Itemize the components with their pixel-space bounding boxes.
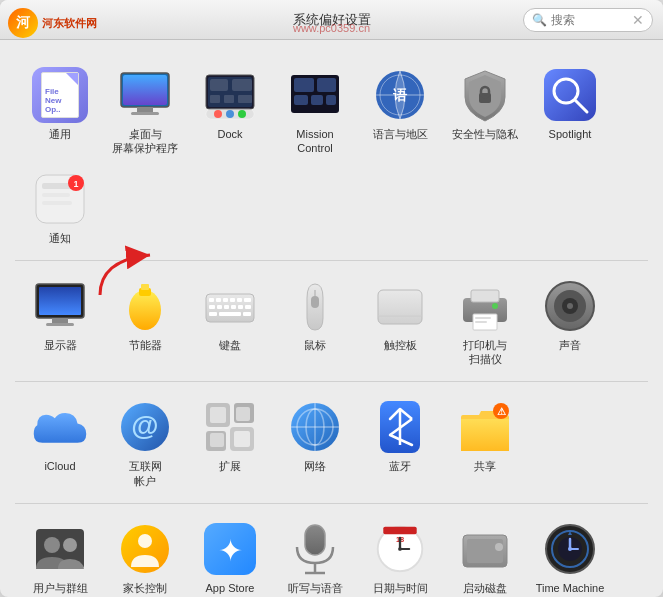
parental-label: 家长控制 — [123, 581, 167, 595]
language-label: 语言与地区 — [373, 127, 428, 141]
sidebar-item-appstore[interactable]: ✦ App Store — [190, 516, 270, 597]
svg-rect-3 — [137, 107, 153, 112]
svg-rect-114 — [467, 539, 503, 563]
internet-icon-img: @ — [117, 399, 173, 455]
sidebar-item-spotlight[interactable]: Spotlight — [530, 62, 610, 146]
svg-rect-82 — [210, 433, 224, 447]
sidebar-item-startup[interactable]: 启动磁盘 — [445, 516, 525, 597]
svg-rect-21 — [326, 95, 336, 105]
parental-icon-img — [117, 521, 173, 577]
sidebar-item-network[interactable]: 网络 — [275, 394, 355, 478]
svg-rect-38 — [39, 287, 81, 315]
svg-text:@: @ — [131, 410, 158, 441]
trackpad-label: 触控板 — [384, 338, 417, 352]
titlebar: 系统偏好设置 🔍 ✕ — [0, 0, 663, 40]
energy-icon-img — [117, 278, 173, 334]
sidebar-item-timemachine[interactable]: Time Machine — [530, 516, 610, 597]
svg-rect-45 — [209, 298, 214, 302]
svg-rect-52 — [217, 305, 222, 309]
svg-rect-34 — [42, 201, 72, 205]
svg-point-112 — [398, 547, 402, 551]
svg-rect-4 — [131, 112, 159, 115]
sidebar-item-extensions[interactable]: 扩展 — [190, 394, 270, 478]
sidebar-item-dock[interactable]: Dock — [190, 62, 270, 146]
users-label: 用户与群组 — [33, 581, 88, 595]
extensions-icon — [202, 399, 258, 455]
internet-label: 互联网帐户 — [129, 459, 162, 488]
sidebar-item-displays[interactable]: 显示器 — [20, 273, 100, 357]
sidebar-item-datetime[interactable]: 18 日期与时间 — [360, 516, 440, 597]
svg-rect-65 — [471, 290, 499, 302]
sidebar-item-trackpad[interactable]: 触控板 — [360, 273, 440, 357]
svg-text:⚠: ⚠ — [497, 406, 506, 417]
energy-label: 节能器 — [129, 338, 162, 352]
sidebar-item-language[interactable]: 语 语言与地区 — [360, 62, 440, 146]
svg-rect-47 — [223, 298, 228, 302]
sidebar-item-general[interactable]: FileNewOp.. 通用 — [20, 62, 100, 146]
svg-text:1: 1 — [73, 179, 78, 189]
svg-rect-59 — [243, 312, 251, 316]
sidebar-item-mission-control[interactable]: MissionControl — [275, 62, 355, 161]
svg-rect-80 — [210, 407, 226, 423]
general-icon: FileNewOp.. — [32, 67, 88, 123]
startup-label: 启动磁盘 — [463, 581, 507, 595]
svg-point-69 — [492, 303, 498, 309]
sidebar-item-sound[interactable]: 声音 — [530, 273, 610, 357]
desktop-icon — [117, 67, 173, 123]
search-icon: 🔍 — [532, 13, 547, 27]
svg-point-121 — [568, 547, 572, 551]
sidebar-item-mouse[interactable]: 鼠标 — [275, 273, 355, 357]
security-icon — [457, 67, 513, 123]
svg-rect-108 — [383, 527, 416, 534]
search-input[interactable] — [551, 13, 631, 27]
language-icon: 语 — [372, 67, 428, 123]
svg-rect-18 — [317, 78, 336, 92]
desktop-label: 桌面与屏幕保护程序 — [112, 127, 178, 156]
displays-icon — [32, 278, 88, 334]
section-hardware: 显示器 — [15, 261, 648, 383]
spotlight-label: Spotlight — [549, 127, 592, 141]
notifications-icon: 1 — [32, 171, 88, 227]
section-personal: FileNewOp.. 通用 — [15, 50, 648, 261]
sidebar-item-parental[interactable]: 家长控制 — [105, 516, 185, 597]
svg-point-115 — [495, 543, 503, 551]
mission-control-icon — [287, 67, 343, 123]
sidebar-item-security[interactable]: 安全性与隐私 — [445, 62, 525, 146]
svg-rect-67 — [475, 317, 491, 319]
svg-rect-58 — [219, 312, 241, 316]
spotlight-icon — [542, 67, 598, 123]
sidebar-item-energy[interactable]: 节能器 — [105, 273, 185, 357]
svg-rect-104 — [305, 525, 325, 555]
content-area: FileNewOp.. 通用 — [0, 40, 663, 597]
internet-grid: iCloud @ — [20, 394, 643, 493]
sharing-label: 共享 — [474, 459, 496, 473]
sidebar-item-sharing[interactable]: ⚠ 共享 — [445, 394, 525, 478]
search-clear-icon[interactable]: ✕ — [632, 12, 644, 28]
sidebar-item-internet[interactable]: @ 互联网帐户 — [105, 394, 185, 493]
svg-rect-2 — [123, 75, 167, 105]
svg-rect-11 — [238, 95, 252, 103]
dock-label: Dock — [217, 127, 242, 141]
sidebar-item-notifications[interactable]: 1 通知 — [20, 166, 100, 250]
trackpad-icon-img — [372, 278, 428, 334]
section-internet: iCloud @ — [15, 382, 648, 504]
sidebar-item-icloud[interactable]: iCloud — [20, 394, 100, 478]
sidebar-item-desktop[interactable]: 桌面与屏幕保护程序 — [105, 62, 185, 161]
network-label: 网络 — [304, 459, 326, 473]
svg-point-99 — [63, 538, 77, 552]
svg-rect-17 — [294, 78, 314, 92]
printer-label: 打印机与扫描仪 — [463, 338, 507, 367]
svg-rect-7 — [210, 79, 228, 91]
mouse-icon-img — [287, 278, 343, 334]
sidebar-item-bluetooth[interactable]: 蓝牙 — [360, 394, 440, 478]
svg-rect-62 — [378, 290, 422, 324]
sidebar-item-keyboard[interactable]: 键盘 — [190, 273, 270, 357]
search-box[interactable]: 🔍 ✕ — [523, 8, 653, 32]
sidebar-item-dictation[interactable]: 听写与语音 — [275, 516, 355, 597]
general-label: 通用 — [49, 127, 71, 141]
sidebar-item-users[interactable]: 用户与群组 — [20, 516, 100, 597]
sidebar-item-printer[interactable]: 打印机与扫描仪 — [445, 273, 525, 372]
svg-rect-20 — [311, 95, 323, 105]
svg-point-73 — [567, 303, 573, 309]
bluetooth-icon-img — [372, 399, 428, 455]
